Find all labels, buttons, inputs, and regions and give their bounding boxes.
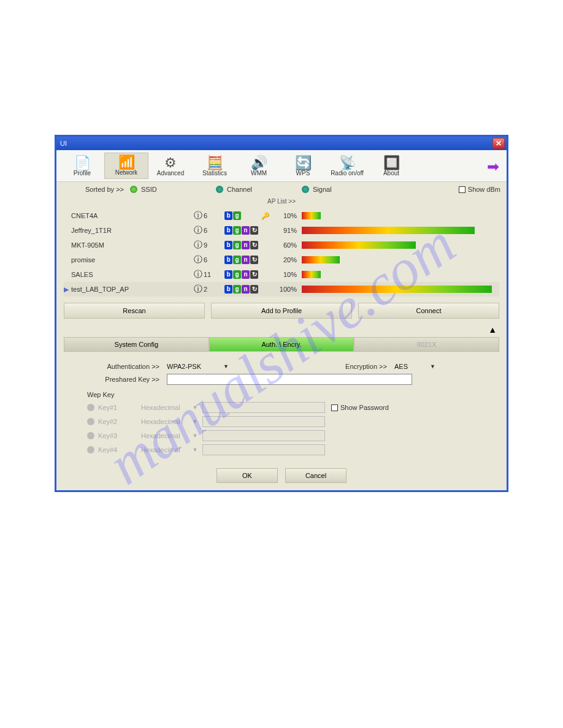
ap-channel: ⓘ6 [194, 225, 224, 236]
auth-dropdown[interactable]: WPA2-PSK▼ [167, 363, 229, 370]
toolbar-statistics[interactable]: 🧮Statistics [193, 154, 237, 179]
mode-g-icon: g [233, 285, 241, 294]
wep-key-radio[interactable] [87, 404, 94, 411]
signal-icon: ⓘ [194, 225, 202, 236]
mode-g-icon: g [233, 226, 241, 235]
wep-key-label: Wep Key [87, 391, 494, 398]
enc-dropdown[interactable]: AES▼ [394, 363, 450, 370]
config-tabs: System Config Auth. \ Encry. 8021X [64, 337, 499, 352]
ap-row[interactable]: ▶test_LAB_TOP_APⓘ2bgn↻100% [64, 282, 499, 297]
toolbar-radio[interactable]: 📡Radio on/off [325, 154, 369, 179]
ap-list: CNET4Aⓘ6bg🔑10%Jeffrey_1T1Rⓘ6bgn↻91%MKT-9… [56, 208, 507, 300]
ap-ssid: MKT-905M [71, 241, 194, 249]
wep-key-input[interactable] [202, 444, 325, 455]
toolbar-advanced[interactable]: ⚙Advanced [148, 154, 193, 179]
ap-security: 🔑 [261, 212, 274, 220]
ap-percent: 10% [274, 271, 302, 278]
mode-s-icon: ↻ [250, 226, 258, 235]
wep-key-input[interactable] [202, 402, 325, 413]
mode-b-icon: b [224, 241, 232, 249]
ap-modes: bgn↻ [224, 241, 261, 249]
toolbar: 📄Profile 📶Network ⚙Advanced 🧮Statistics … [56, 150, 507, 182]
ap-row[interactable]: SALESⓘ11bgn↻10% [64, 267, 499, 282]
ap-ssid: promise [71, 256, 194, 264]
signal-icon: ⓘ [194, 269, 202, 280]
chevron-down-icon: ▼ [193, 447, 198, 453]
ap-row[interactable]: CNET4Aⓘ6bg🔑10% [64, 208, 499, 223]
ap-channel: ⓘ6 [194, 210, 224, 221]
ap-modes: bgn↻ [224, 285, 261, 294]
ap-row[interactable]: MKT-905Mⓘ9bgn↻60% [64, 238, 499, 252]
sort-label: Sorted by >> [63, 186, 130, 193]
ap-ssid: SALES [71, 271, 194, 278]
ap-signal-bar [302, 227, 492, 234]
wep-format-dropdown[interactable]: Hexadecimal▼ [141, 404, 202, 411]
ap-signal-bar [302, 241, 492, 249]
sort-channel[interactable]: Channel [216, 186, 302, 193]
sort-ssid[interactable]: SSID [130, 186, 216, 193]
enc-label: Encryption >> [315, 363, 394, 370]
mode-b-icon: b [224, 211, 232, 220]
signal-icon: ⓘ [194, 254, 202, 265]
mode-s-icon: ↻ [250, 241, 258, 249]
wep-key-radio[interactable] [87, 446, 94, 453]
cancel-button[interactable]: Cancel [285, 468, 347, 483]
ap-ssid: test_LAB_TOP_AP [71, 286, 194, 293]
preshared-key-input[interactable] [167, 374, 412, 385]
mode-s-icon: ↻ [250, 285, 258, 294]
gear-icon: ⚙ [150, 156, 191, 170]
show-dbm-checkbox[interactable]: Show dBm [459, 186, 500, 193]
tab-system-config[interactable]: System Config [64, 337, 209, 352]
toolbar-network[interactable]: 📶Network [104, 153, 148, 179]
mode-b-icon: b [224, 256, 232, 264]
ap-ssid: Jeffrey_1T1R [71, 227, 194, 234]
wep-key-row: Key#1Hexadecimal▼Show Password [87, 402, 494, 413]
wep-format-dropdown[interactable]: Hexadecimal▼ [141, 432, 202, 439]
mode-b-icon: b [224, 285, 232, 294]
profile-icon: 📄 [61, 156, 103, 170]
signal-icon: ⓘ [194, 284, 202, 295]
ap-modes: bgn↻ [224, 256, 261, 264]
checkbox-icon [459, 186, 465, 193]
toolbar-wps[interactable]: 🔄WPS [281, 154, 325, 179]
chevron-down-icon: ▼ [430, 363, 435, 370]
chevron-down-icon: ▼ [223, 363, 229, 370]
toolbar-profile[interactable]: 📄Profile [60, 154, 104, 179]
wep-key-radio[interactable] [87, 418, 94, 425]
close-button[interactable]: ✕ [492, 138, 505, 149]
add-profile-button[interactable]: Add to Profile [211, 303, 352, 319]
ap-ssid: CNET4A [71, 212, 194, 219]
rescan-button[interactable]: Rescan [64, 303, 205, 319]
tab-auth-encry[interactable]: Auth. \ Encry. [209, 337, 354, 352]
mode-g-icon: g [233, 256, 241, 264]
wep-format-dropdown[interactable]: Hexadecimal▼ [141, 418, 202, 425]
ap-row[interactable]: Jeffrey_1T1Rⓘ6bgn↻91% [64, 223, 499, 238]
ap-signal-bar [302, 212, 492, 219]
ap-signal-bar [302, 286, 492, 293]
mode-n-icon: n [242, 285, 250, 294]
toolbar-wmm[interactable]: 🔊WMM [237, 154, 281, 179]
wep-key-input[interactable] [202, 416, 325, 427]
collapse-arrow-icon[interactable]: ▲ [56, 325, 507, 335]
sort-signal[interactable]: Signal [302, 186, 388, 193]
signal-icon: ⓘ [194, 210, 202, 221]
toolbar-about[interactable]: 🔲About [369, 154, 413, 179]
wep-key-radio[interactable] [87, 432, 94, 439]
wep-key-label: Key#1 [98, 404, 141, 411]
sort-ssid-dot-icon [130, 186, 137, 193]
connect-button[interactable]: Connect [358, 303, 499, 319]
tab-8021x[interactable]: 8021X [354, 337, 499, 352]
psk-label: Preshared Key >> [87, 376, 167, 383]
row-select-icon: ▶ [64, 286, 71, 294]
sort-channel-dot-icon [216, 186, 223, 193]
chevron-down-icon: ▼ [193, 419, 198, 425]
ap-channel: ⓘ6 [194, 254, 224, 265]
show-password-checkbox[interactable]: Show Password [331, 404, 389, 411]
wep-format-dropdown[interactable]: Hexadecimal▼ [141, 446, 202, 453]
mode-s-icon: ↻ [250, 256, 258, 264]
ok-button[interactable]: OK [216, 468, 278, 483]
toolbar-next-arrow-icon[interactable]: ➡ [483, 154, 503, 179]
titlebar[interactable]: UI ✕ [56, 137, 507, 150]
ap-row[interactable]: promiseⓘ6bgn↻20% [64, 252, 499, 267]
wep-key-input[interactable] [202, 430, 325, 441]
